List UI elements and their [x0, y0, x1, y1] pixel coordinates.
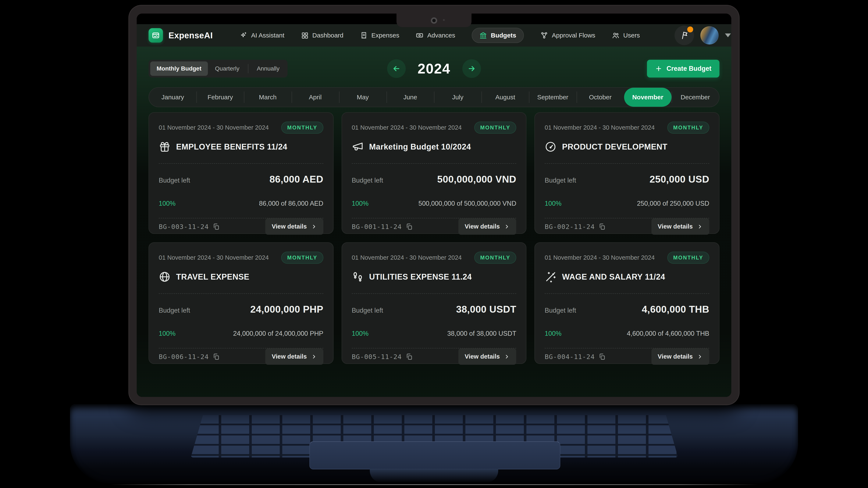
- nav-item-users[interactable]: Users: [612, 32, 640, 39]
- view-details-button[interactable]: View details: [265, 349, 323, 365]
- create-budget-button[interactable]: Create Budget: [647, 60, 719, 77]
- divider: [545, 293, 709, 294]
- month-tab-august[interactable]: August: [482, 88, 529, 107]
- budget-left-amount: 24,000,000 PHP: [250, 303, 323, 315]
- month-tab-december[interactable]: December: [672, 88, 719, 107]
- budget-cards-grid: 01 November 2024 - 30 November 2024MONTH…: [149, 112, 719, 364]
- card-date-range: 01 November 2024 - 30 November 2024: [545, 124, 655, 131]
- laptop-base: [70, 404, 798, 483]
- budget-left-amount: 4,600,000 THB: [642, 303, 709, 315]
- monthly-badge: MONTHLY: [281, 122, 323, 134]
- budget-code: BG-003-11-24: [159, 223, 209, 230]
- copy-icon[interactable]: [406, 353, 413, 360]
- view-details-button[interactable]: View details: [458, 349, 517, 365]
- month-tab-february[interactable]: February: [196, 88, 244, 107]
- card-date-range: 01 November 2024 - 30 November 2024: [352, 124, 462, 131]
- tab-monthly-budget[interactable]: Monthly Budget: [150, 61, 208, 76]
- view-details-button[interactable]: View details: [265, 218, 323, 235]
- month-tab-october[interactable]: October: [577, 88, 624, 107]
- laptop-front-edge: [110, 484, 758, 485]
- expenseai-app-window: ExpenseAI AI Assistant Dashboard: [137, 13, 731, 397]
- card-title: UTILITIES EXPENSE 11.24: [369, 272, 472, 282]
- monthly-badge: MONTHLY: [667, 122, 709, 134]
- wand-sparkles-icon: [545, 271, 557, 283]
- monthly-badge: MONTHLY: [474, 252, 516, 264]
- month-tab-april[interactable]: April: [291, 88, 339, 107]
- nav-item-ai-assistant[interactable]: AI Assistant: [240, 32, 284, 39]
- gauge-icon: [545, 141, 557, 153]
- divider: [159, 163, 323, 164]
- nav-item-approval-flows[interactable]: Approval Flows: [540, 32, 595, 39]
- budget-code: BG-001-11-24: [352, 223, 402, 230]
- month-tab-july[interactable]: July: [434, 88, 482, 107]
- monthly-badge: MONTHLY: [281, 252, 323, 264]
- users-icon: [612, 32, 619, 39]
- budget-code: BG-004-11-24: [545, 353, 595, 360]
- period-segmented-control: Monthly Budget Quarterly Annually: [149, 60, 287, 77]
- tab-quarterly[interactable]: Quarterly: [209, 61, 246, 76]
- budget-card: 01 November 2024 - 30 November 2024MONTH…: [342, 112, 527, 234]
- laptop-screen-bezel: ExpenseAI AI Assistant Dashboard: [129, 5, 739, 404]
- copy-icon[interactable]: [213, 223, 220, 230]
- landmark-icon: [479, 32, 487, 39]
- budget-left-amount: 250,000 USD: [650, 173, 709, 185]
- month-tab-september[interactable]: September: [529, 88, 577, 107]
- view-details-button[interactable]: View details: [458, 218, 517, 235]
- divider: [159, 293, 323, 294]
- budget-left-label: Budget left: [545, 177, 576, 184]
- changelog-button[interactable]: [675, 26, 694, 45]
- budget-card: 01 November 2024 - 30 November 2024MONTH…: [342, 242, 527, 364]
- chevron-right-icon: [697, 224, 703, 230]
- month-tab-march[interactable]: March: [244, 88, 291, 107]
- progress-percent: 100%: [159, 200, 176, 207]
- flag-icon: [680, 31, 689, 40]
- view-details-button[interactable]: View details: [651, 349, 710, 365]
- sparkles-icon: [240, 32, 247, 39]
- month-tab-may[interactable]: May: [339, 88, 386, 107]
- tab-annually[interactable]: Annually: [250, 61, 286, 76]
- trackpad: [309, 442, 560, 469]
- arrow-left-icon: [392, 64, 401, 73]
- next-year-button[interactable]: [462, 59, 481, 78]
- budget-code: BG-005-11-24: [352, 353, 402, 360]
- divider: [545, 163, 709, 164]
- nav-item-expenses[interactable]: Expenses: [360, 32, 399, 39]
- budget-code: BG-006-11-24: [159, 353, 209, 360]
- usage-text: 4,600,000 of 4,600,000 THB: [627, 330, 709, 337]
- budget-left-label: Budget left: [159, 177, 190, 184]
- view-details-button[interactable]: View details: [651, 218, 710, 235]
- avatar[interactable]: [701, 26, 719, 44]
- chevron-down-icon[interactable]: [725, 33, 731, 37]
- copy-icon[interactable]: [598, 223, 606, 230]
- progress-percent: 100%: [545, 330, 561, 337]
- budget-card: 01 November 2024 - 30 November 2024MONTH…: [534, 112, 719, 234]
- month-tab-june[interactable]: June: [386, 88, 434, 107]
- month-tab-january[interactable]: January: [149, 88, 196, 107]
- notch: [397, 13, 471, 27]
- copy-icon[interactable]: [406, 223, 413, 230]
- divider: [352, 293, 517, 294]
- budget-left-amount: 86,000 AED: [270, 173, 323, 185]
- month-tab-november[interactable]: November: [624, 88, 672, 107]
- card-date-range: 01 November 2024 - 30 November 2024: [159, 124, 269, 131]
- lid-groove: [370, 469, 498, 483]
- usage-text: 24,000,000 of 24,000,000 PHP: [233, 330, 323, 337]
- controls-row: Monthly Budget Quarterly Annually 2024: [137, 60, 731, 77]
- nav-item-dashboard[interactable]: Dashboard: [301, 32, 343, 39]
- budget-card: 01 November 2024 - 30 November 2024MONTH…: [149, 112, 334, 234]
- budget-left-label: Budget left: [352, 177, 383, 184]
- nav-item-advances[interactable]: Advances: [416, 32, 455, 39]
- chevron-right-icon: [697, 354, 703, 360]
- year-navigation: 2024: [387, 59, 481, 78]
- copy-icon[interactable]: [598, 353, 606, 360]
- budget-card: 01 November 2024 - 30 November 2024MONTH…: [149, 242, 334, 364]
- year-label: 2024: [418, 61, 451, 77]
- copy-icon[interactable]: [213, 353, 220, 360]
- previous-year-button[interactable]: [387, 59, 406, 78]
- card-title: Marketing Budget 10/2024: [369, 142, 471, 152]
- scene: ExpenseAI AI Assistant Dashboard: [0, 0, 868, 488]
- monthly-badge: MONTHLY: [474, 122, 516, 134]
- notification-dot: [687, 27, 693, 32]
- nav-item-budgets[interactable]: Budgets: [472, 28, 524, 43]
- budget-left-label: Budget left: [352, 307, 383, 314]
